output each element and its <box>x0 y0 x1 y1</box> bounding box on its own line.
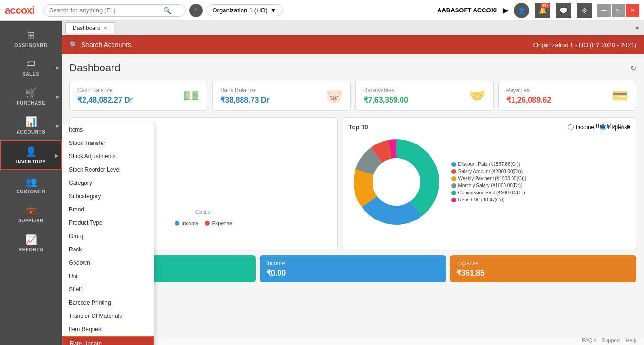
chevron-down-icon: ▼ <box>271 7 277 14</box>
purchase-arrow-icon: ▶ <box>56 94 60 99</box>
legend-item-4: Commission Paid (₹900.00(Dr)) <box>451 190 527 195</box>
receivables-icon: 🤝 <box>469 88 485 104</box>
menu-item-group[interactable]: Group <box>62 230 154 243</box>
sidebar-label-purchase: PURCHASE <box>17 100 45 105</box>
legend-item-0: Discount Paid (₹2537.68(Cr)) <box>451 162 527 167</box>
sidebar-item-inventory[interactable]: 👤 INVENTORY ▶ <box>0 140 62 170</box>
legend-item-2: Weekly Payment (₹1000.00(Cr)) <box>451 176 527 181</box>
legend-item-5: Round Off (₹0.47(Cr)) <box>451 197 527 202</box>
window-buttons: — □ ✕ <box>597 4 639 17</box>
tab-pin-icon[interactable]: ▼ <box>635 25 640 31</box>
footer-help-link[interactable]: Help <box>625 337 636 343</box>
menu-item-stock-transfer[interactable]: Stock Transfer <box>62 136 154 150</box>
sidebar-label-reports: REPORTS <box>19 247 43 252</box>
card-bank-label: Bank Balance <box>220 87 269 94</box>
search-icon[interactable]: 🔍 <box>163 7 171 14</box>
add-button[interactable]: + <box>189 4 203 17</box>
tab-dashboard[interactable]: Dashboard ✕ <box>65 22 114 33</box>
expense-legend-item: Expense <box>205 220 232 226</box>
menu-item-shelf[interactable]: Shelf <box>62 283 154 296</box>
menu-item-barcode[interactable]: Barcode Printing <box>62 296 154 309</box>
menu-item-item-request[interactable]: Item Request <box>62 323 154 336</box>
sidebar-label-accounts: ACCOUNTS <box>17 129 46 134</box>
card-payables-value: ₹1,26,089.62 <box>506 96 551 105</box>
stat-card-expense: Expense ₹361.85 <box>450 255 636 282</box>
menu-item-godown[interactable]: Godown <box>62 256 154 269</box>
notification-button[interactable]: 🔔 99+ <box>535 3 550 18</box>
legend-dot-2 <box>451 176 456 181</box>
tab-close-icon[interactable]: ✕ <box>103 26 107 31</box>
search-input[interactable] <box>49 7 163 14</box>
income-legend-label: Income <box>181 220 198 226</box>
card-cash-label: Cash Balance <box>77 87 133 94</box>
close-button[interactable]: ✕ <box>626 4 639 17</box>
legend-text-0: Discount Paid (₹2537.68(Cr)) <box>458 162 521 167</box>
search-accounts-btn[interactable]: 🔍 Search Accounts <box>69 41 131 48</box>
income-legend-dot <box>175 221 179 226</box>
sidebar-label-sales: SALES <box>22 71 39 77</box>
sidebar-item-customer[interactable]: 👥 CUSTOMER <box>0 171 62 199</box>
footer-support-link[interactable]: Support <box>602 337 620 343</box>
avatar[interactable]: 👤 <box>514 3 529 18</box>
org-selector[interactable]: Organization 1 (HO) ▼ <box>206 4 283 16</box>
expense-legend-dot <box>205 221 210 226</box>
minimize-button[interactable]: — <box>597 4 611 17</box>
month-dropdown-icon[interactable]: ▼ <box>625 123 631 129</box>
month-selector: This Month ▼ <box>595 123 631 129</box>
chat-button[interactable]: 💬 <box>556 3 571 18</box>
inventory-dropdown-menu: Items Stock Transfer Stock Adjustments S… <box>62 123 154 345</box>
sidebar-item-reports[interactable]: 📈 REPORTS <box>0 229 62 257</box>
sidebar: ⊞ DASHBOARD 🏷 SALES ▶ 🛒 PURCHASE ▶ 📊 ACC… <box>0 21 62 345</box>
stat-income-value: ₹0.00 <box>266 268 439 278</box>
footer-faq-link[interactable]: FAQ's <box>582 337 596 343</box>
menu-item-brand[interactable]: Brand <box>62 203 154 216</box>
menu-item-unit[interactable]: Unit <box>62 269 154 283</box>
card-bank-balance: Bank Balance ₹38,888.73 Dr 🐷 <box>212 81 350 111</box>
menu-item-rack[interactable]: Rack <box>62 243 154 256</box>
legend-text-5: Round Off (₹0.47(Cr)) <box>458 197 505 202</box>
stat-expense-value: ₹361.85 <box>457 268 630 278</box>
inventory-icon: 👤 <box>25 146 37 157</box>
accounts-arrow-icon: ▶ <box>56 123 60 128</box>
sidebar-label-dashboard: DASHBOARD <box>14 43 47 48</box>
income-radio[interactable] <box>568 124 574 130</box>
refresh-button[interactable]: ↻ <box>630 64 636 73</box>
sidebar-item-supplier[interactable]: 💼 SUPPLIER <box>0 200 62 228</box>
sidebar-item-accounts[interactable]: 📊 ACCOUNTS ▶ <box>0 111 62 139</box>
card-receivables-value: ₹7,63,359.00 <box>364 96 409 105</box>
menu-item-subcategory[interactable]: Subcategory <box>62 190 154 203</box>
search-bar-container: 🔍 <box>43 4 186 17</box>
income-radio-label[interactable]: Income <box>568 124 594 131</box>
menu-item-category[interactable]: Category <box>62 176 154 190</box>
legend-text-1: Salary Account (₹2000.00(Dr)) <box>458 169 523 174</box>
arrow-icon: ▶ <box>503 6 508 15</box>
charts-row: 1975.9 88252.47 October <box>69 117 636 250</box>
legend-text-4: Commission Paid (₹900.00(Dr)) <box>458 190 525 195</box>
menu-item-items[interactable]: Items <box>62 123 154 136</box>
reports-icon: 📈 <box>25 234 37 245</box>
menu-item-stock-reorder[interactable]: Stock Reorder Level <box>62 163 154 176</box>
menu-item-product-type[interactable]: Product Type <box>62 216 154 230</box>
menu-item-stock-adjustments[interactable]: Stock Adjustments <box>62 150 154 163</box>
legend-item-3: Monthly Salary (₹1000.00(Dr)) <box>451 183 527 188</box>
menu-item-transfer-materials[interactable]: Transfer Of Materials <box>62 309 154 323</box>
card-receivables: Receivables ₹7,63,359.00 🤝 <box>355 81 494 111</box>
tab-bar: Dashboard ✕ ▼ <box>62 21 644 35</box>
legend-dot-1 <box>451 169 456 174</box>
card-bank-value: ₹38,888.73 Dr <box>220 96 269 105</box>
menu-item-rate-update[interactable]: Rate Update <box>62 336 154 345</box>
accounts-icon: 📊 <box>25 116 37 127</box>
org-label: Organization 1 (HO) <box>213 7 268 14</box>
legend-dot-0 <box>451 162 456 167</box>
sidebar-item-sales[interactable]: 🏷 SALES ▶ <box>0 54 62 81</box>
sidebar-item-purchase[interactable]: 🛒 PURCHASE ▶ <box>0 82 62 110</box>
topbar-right: AABASOFT ACCOXI ▶ 👤 🔔 99+ 💬 ⚙ — □ ✕ <box>437 3 639 18</box>
settings-button[interactable]: ⚙ <box>577 3 592 18</box>
sidebar-item-dashboard[interactable]: ⊞ DASHBOARD <box>0 25 62 53</box>
dashboard-icon: ⊞ <box>27 29 35 41</box>
dashboard-title-row: Dashboard ↻ <box>69 62 636 74</box>
cash-icon: 💵 <box>183 88 199 104</box>
stat-card-income: Income ₹0.00 <box>260 255 446 282</box>
bank-icon: 🐷 <box>326 88 343 104</box>
restore-button[interactable]: □ <box>612 4 625 17</box>
